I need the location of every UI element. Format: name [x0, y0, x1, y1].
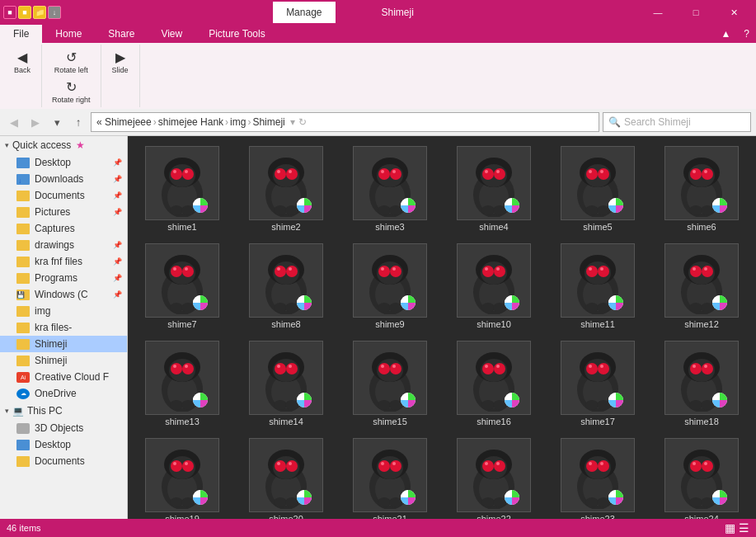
- file-item-shime15[interactable]: shime15: [339, 334, 441, 430]
- file-item-shime4[interactable]: shime4: [443, 139, 545, 235]
- file-item-shime16[interactable]: shime16: [443, 334, 545, 430]
- tab-home[interactable]: Home: [42, 25, 95, 43]
- sidebar-item-desktop[interactable]: Desktop 📌: [0, 154, 127, 171]
- sidebar-item-windows-c[interactable]: 💾 Windows (C 📌: [0, 286, 127, 303]
- sidebar-item-3d-objects[interactable]: 3D Objects: [0, 420, 127, 436]
- ribbon-btn-back[interactable]: ◀ Back: [10, 46, 35, 76]
- file-label-shime15: shime15: [373, 417, 407, 426]
- tab-manage[interactable]: Manage: [273, 2, 335, 23]
- tab-share[interactable]: Share: [95, 25, 148, 43]
- svg-point-225: [390, 460, 401, 472]
- sidebar-item-shimeji-1[interactable]: Shimeji: [0, 336, 127, 352]
- tab-picture-tools[interactable]: Picture Tools: [195, 25, 278, 43]
- search-box[interactable]: 🔍 Search Shimeji: [603, 112, 751, 132]
- svg-point-217: [274, 497, 287, 507]
- back-button[interactable]: ◀: [5, 113, 23, 131]
- sidebar-item-documents[interactable]: Documents 📌: [0, 187, 127, 204]
- tab-file[interactable]: File: [0, 25, 42, 43]
- sidebar-item-downloads[interactable]: ↓ Downloads 📌: [0, 171, 127, 187]
- address-refresh-icon[interactable]: ↻: [298, 116, 307, 128]
- sidebar-section-header-thispc[interactable]: ▾ 💻 This PC: [0, 402, 127, 420]
- sidebar-item-creative-cloud[interactable]: Ai Creative Cloud F: [0, 369, 127, 385]
- sidebar-item-captures[interactable]: Captures: [0, 220, 127, 237]
- help-button[interactable]: ?: [737, 25, 756, 43]
- file-item-shime11[interactable]: shime11: [547, 237, 649, 332]
- breadcrumb-part4[interactable]: Shimeji: [252, 116, 284, 128]
- address-dropdown-icon[interactable]: ▾: [290, 116, 295, 128]
- file-item-shime8[interactable]: shime8: [235, 237, 337, 332]
- file-thumbnail-shime8: [249, 243, 323, 318]
- file-item-shime6[interactable]: shime6: [650, 139, 753, 235]
- sidebar-item-programs[interactable]: Programs 📌: [0, 270, 127, 286]
- folder-icon-pc-desktop: [16, 440, 30, 450]
- content-area: shime1shime2shime3shime4shime5shime6shim…: [128, 136, 756, 519]
- sidebar-item-kra-files[interactable]: kra files-: [0, 319, 127, 336]
- search-placeholder: Search Shimeji: [624, 116, 691, 128]
- svg-point-59: [690, 168, 702, 180]
- file-item-shime17[interactable]: shime17: [547, 334, 649, 430]
- ribbon-btn-slide[interactable]: ▶ Slide: [108, 46, 133, 76]
- file-item-shime1[interactable]: shime1: [131, 139, 233, 235]
- ribbon-btn-rotate-right[interactable]: ↻ Rotate right: [49, 76, 94, 106]
- file-item-shime5[interactable]: shime5: [547, 139, 649, 235]
- file-item-shime2[interactable]: shime2: [235, 139, 337, 235]
- svg-point-125: [690, 266, 702, 277]
- file-thumbnail-shime9: [353, 243, 427, 318]
- tab-view[interactable]: View: [148, 25, 195, 43]
- breadcrumb-part3[interactable]: img: [230, 116, 246, 128]
- sidebar-item-onedrive[interactable]: ☁ OneDrive: [0, 385, 127, 402]
- file-label-shime9: shime9: [375, 319, 404, 329]
- pin-icon-kra-fnf: 📌: [113, 257, 122, 266]
- recent-locations-button[interactable]: ▾: [48, 113, 66, 131]
- file-item-shime19[interactable]: shime19: [131, 431, 233, 519]
- file-item-shime14[interactable]: shime14: [235, 334, 337, 430]
- file-thumbnail-shime17: [561, 341, 635, 415]
- file-item-shime9[interactable]: shime9: [339, 237, 441, 332]
- folder-icon-creative-cloud: Ai: [16, 372, 30, 383]
- view-grid-button[interactable]: ▦: [725, 521, 735, 535]
- forward-button[interactable]: ▶: [26, 113, 45, 131]
- svg-point-106: [496, 267, 500, 271]
- sidebar-item-kra-fnf[interactable]: kra fnf files 📌: [0, 253, 127, 270]
- file-item-shime3[interactable]: shime3: [339, 139, 441, 235]
- sidebar-item-downloads-label: Downloads: [35, 173, 83, 185]
- ribbon-btn-rotate-left[interactable]: ↺ Rotate left: [51, 46, 92, 76]
- svg-point-172: [496, 365, 500, 368]
- file-thumbnail-shime16: [457, 341, 531, 415]
- close-button[interactable]: ✕: [715, 0, 753, 25]
- file-item-shime23[interactable]: shime23: [547, 431, 649, 519]
- sidebar-item-drawings[interactable]: drawings 📌: [0, 237, 127, 253]
- pin-icon-documents: 📌: [113, 191, 122, 200]
- maximize-button[interactable]: □: [677, 0, 715, 25]
- svg-point-206: [170, 497, 183, 507]
- sidebar-item-pc-desktop[interactable]: Desktop: [0, 436, 127, 453]
- file-item-shime7[interactable]: shime7: [131, 237, 233, 332]
- svg-point-95: [392, 267, 396, 271]
- sidebar-item-img[interactable]: img: [0, 303, 127, 319]
- view-list-button[interactable]: ☰: [739, 521, 749, 535]
- file-item-shime24[interactable]: shime24: [650, 431, 753, 519]
- up-button[interactable]: ↑: [69, 113, 87, 131]
- address-bar[interactable]: « Shimejeee › shimejee Hank › img › Shim…: [91, 112, 599, 132]
- svg-point-139: [185, 365, 188, 368]
- breadcrumb-part2[interactable]: shimejee Hank: [158, 116, 223, 128]
- file-thumbnail-shime7: [145, 243, 219, 318]
- file-item-shime22[interactable]: shime22: [443, 431, 545, 519]
- svg-point-50: [589, 170, 592, 173]
- sidebar-item-pc-documents[interactable]: Documents: [0, 453, 127, 469]
- breadcrumb-part1[interactable]: « Shimejeee: [96, 116, 152, 128]
- sidebar-item-pictures[interactable]: Pictures 📌: [0, 204, 127, 220]
- file-item-shime21[interactable]: shime21: [339, 431, 441, 519]
- file-item-shime12[interactable]: shime12: [650, 237, 753, 332]
- file-item-shime10[interactable]: shime10: [443, 237, 545, 332]
- svg-point-6: [173, 170, 176, 173]
- svg-point-148: [286, 363, 298, 374]
- file-item-shime18[interactable]: shime18: [650, 334, 753, 430]
- sidebar-item-shimeji-2[interactable]: Shimeji: [0, 352, 127, 369]
- minimize-button[interactable]: —: [639, 0, 677, 25]
- sidebar-section-header-quick[interactable]: ▾ Quick access ★: [0, 136, 127, 154]
- file-item-shime20[interactable]: shime20: [235, 431, 337, 519]
- file-item-shime13[interactable]: shime13: [131, 334, 233, 430]
- ribbon-expand-btn[interactable]: ▲: [714, 25, 737, 43]
- tab-shimeji[interactable]: Shimeji: [369, 5, 427, 20]
